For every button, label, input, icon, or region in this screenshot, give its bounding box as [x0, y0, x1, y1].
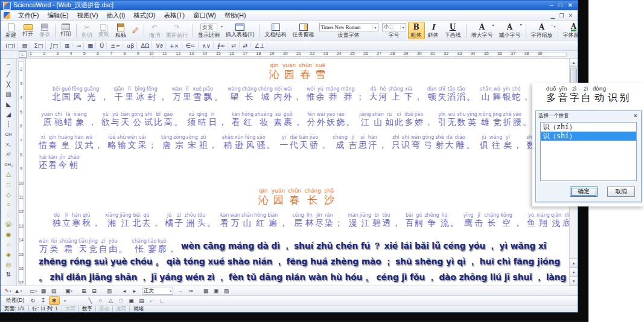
- page-view-button[interactable]: ▣: [211, 287, 221, 295]
- font-color-button[interactable]: A▾字体颜色: [560, 22, 578, 39]
- pentagon-shape-tool[interactable]: ⌂: [2, 240, 14, 250]
- picture-tool-button[interactable]: ▣: [127, 297, 136, 304]
- doc-structure-button[interactable]: 文档结构: [262, 22, 290, 39]
- bold-line-tool[interactable]: ◣: [2, 99, 14, 109]
- vertical-ruler[interactable]: 234567891011121314151617: [17, 59, 26, 286]
- horizontal-ruler[interactable]: L 12345678910111213141516171819202122232…: [1, 51, 578, 59]
- operator-symbols-button[interactable]: +×: [167, 42, 182, 49]
- chem-chain-tool[interactable]: CH₂: [2, 159, 14, 170]
- hexagon-shape-tool[interactable]: ◈: [2, 249, 14, 260]
- snap-tool-button[interactable]: ✱: [49, 296, 60, 305]
- open-file-button[interactable]: 打开: [19, 22, 36, 39]
- inside-borders-button[interactable]: ▦: [39, 287, 48, 295]
- minimize-button[interactable]: –: [550, 2, 553, 8]
- summation-template-button[interactable]: Σ□: [31, 42, 46, 49]
- geometry-symbols-button[interactable]: ∠⊥: [252, 42, 268, 49]
- triangle-shape-tool[interactable]: △: [2, 170, 14, 180]
- menu-item[interactable]: 格式(O): [129, 11, 159, 21]
- border-style-button[interactable]: ▭▾: [28, 287, 38, 295]
- chem-group-tool[interactable]: CH: [2, 129, 14, 139]
- ring-shape-tool[interactable]: ◉: [2, 229, 14, 240]
- diamond-shape-tool[interactable]: ◇: [2, 190, 14, 200]
- document-page[interactable]: qìn沁yuán园chūn春xuě雪běi北guó国fēng风guāng光，qi…: [26, 59, 569, 286]
- goto-arrow-button[interactable]: →: [176, 287, 185, 295]
- copy-button[interactable]: 复制: [95, 22, 112, 39]
- select-browse-icon[interactable]: ●: [570, 267, 578, 276]
- close-button[interactable]: ✕: [568, 2, 573, 8]
- table-template-button[interactable]: ▦: [85, 42, 96, 49]
- circle-shape-tool[interactable]: ○: [2, 199, 14, 209]
- redo-button[interactable]: 重新执行: [163, 22, 191, 39]
- chevron-down-icon[interactable]: ▾: [372, 25, 376, 30]
- format-painter-button[interactable]: [129, 22, 142, 39]
- next-page-icon[interactable]: ▼: [570, 276, 578, 286]
- bond-arrow-tool[interactable]: ⇅: [2, 269, 14, 279]
- split-cells-button[interactable]: ⊟: [89, 287, 99, 295]
- grow-font-button[interactable]: A▴增大字号: [468, 22, 496, 39]
- doc-minimize-button[interactable]: ▁: [550, 13, 555, 19]
- prev-page-icon[interactable]: ▲: [570, 258, 578, 267]
- close-icon[interactable]: ✕: [632, 113, 639, 119]
- set-symbols-button[interactable]: ∈⊂: [183, 42, 199, 49]
- menu-item[interactable]: 帮助(H): [220, 11, 250, 21]
- equilibrium-arrow-button[interactable]: ⇌: [229, 42, 240, 49]
- frame-tool-button[interactable]: ▤: [137, 297, 147, 304]
- doc-restore-button[interactable]: ❐: [559, 13, 564, 19]
- ok-button[interactable]: 确定: [570, 187, 598, 197]
- square-shape-tool[interactable]: □: [2, 179, 14, 190]
- draft-view-button[interactable]: ▧: [222, 287, 231, 295]
- italic-button[interactable]: I斜体: [425, 22, 442, 39]
- menu-item[interactable]: 编辑(E): [43, 11, 72, 21]
- insert-table-button[interactable]: 插入表格(T): [223, 22, 258, 39]
- menu-item[interactable]: 文件(F): [14, 11, 43, 21]
- triangle-tool-button[interactable]: △: [106, 297, 116, 304]
- menu-item[interactable]: 视图(V): [72, 11, 102, 21]
- line-tool-button[interactable]: ╲: [86, 297, 95, 304]
- font-name-select[interactable]: Times New Roman ▾: [319, 23, 378, 31]
- outside-borders-button[interactable]: ▤: [49, 287, 59, 295]
- benzene-ring-tool[interactable]: Ⓑ: [2, 220, 14, 230]
- highlight-color-button[interactable]: ▲▾: [13, 287, 23, 295]
- doc-close-button[interactable]: ✕: [568, 13, 573, 19]
- maximize-button[interactable]: □: [559, 2, 563, 8]
- arrow-template-button[interactable]: →: [74, 42, 84, 49]
- pinyin-option[interactable]: 识（shí）: [541, 132, 636, 141]
- pinyin-option-list[interactable]: 识（zhí）识（shí）: [540, 122, 637, 181]
- grid-view-button[interactable]: ▦: [201, 287, 211, 295]
- cut-button[interactable]: 剪切: [78, 22, 95, 39]
- menu-item[interactable]: 表格(T): [160, 11, 189, 21]
- new-file-button[interactable]: 新建: [2, 22, 19, 39]
- greek-uppercase-button[interactable]: ΔΩ: [138, 42, 152, 49]
- rotate-tool-button[interactable]: ↻: [28, 297, 38, 304]
- hatch-line-tool[interactable]: ▨: [2, 89, 14, 100]
- paren-template-button[interactable]: (□): [3, 42, 18, 49]
- dotted-line-tool[interactable]: ┄: [2, 59, 14, 69]
- rectangle-tool-button[interactable]: □: [116, 297, 126, 304]
- scroll-up-icon[interactable]: ▲: [570, 59, 578, 67]
- font-size-select[interactable]: 小二 ▾: [382, 23, 406, 31]
- calculus-symbols-button[interactable]: ∮∞: [215, 42, 228, 49]
- goto-double-arrow-button[interactable]: ⇒: [186, 287, 196, 295]
- dash-line-tool[interactable]: ┊: [2, 120, 14, 130]
- superscript-tool[interactable]: X²: [2, 149, 14, 159]
- double-ring-tool[interactable]: ◎: [2, 260, 14, 270]
- format-pen-button[interactable]: ✎▾: [3, 287, 13, 295]
- bold-button[interactable]: B粗体: [408, 22, 425, 39]
- task-pane-button[interactable]: 任务窗格: [290, 22, 317, 39]
- prev-field-button[interactable]: ◂: [120, 287, 129, 295]
- cancel-button[interactable]: 取消: [607, 187, 635, 197]
- edit-points-tool-button[interactable]: ∘: [60, 297, 70, 304]
- dashed-circle-tool[interactable]: ◌: [2, 209, 14, 220]
- polyline-tool-button[interactable]: ⌐: [147, 297, 157, 304]
- text-frame-button[interactable]: ▣▾: [64, 287, 74, 295]
- bold-line2-tool[interactable]: ◢: [2, 109, 14, 120]
- andor-symbols-button[interactable]: ∧∨: [200, 42, 214, 49]
- fraction-template-button[interactable]: ▤: [19, 42, 30, 49]
- subscript-tool[interactable]: X₂: [2, 139, 14, 150]
- menu-item[interactable]: 窗口(W): [189, 11, 220, 21]
- menu-item[interactable]: 插入(I): [102, 11, 129, 21]
- ellipse-tool-button[interactable]: ○: [96, 297, 106, 304]
- style-select[interactable]: 正文▾: [142, 287, 173, 295]
- accent-template-button[interactable]: Û: [97, 42, 107, 49]
- paste-button[interactable]: 粘贴: [112, 22, 129, 39]
